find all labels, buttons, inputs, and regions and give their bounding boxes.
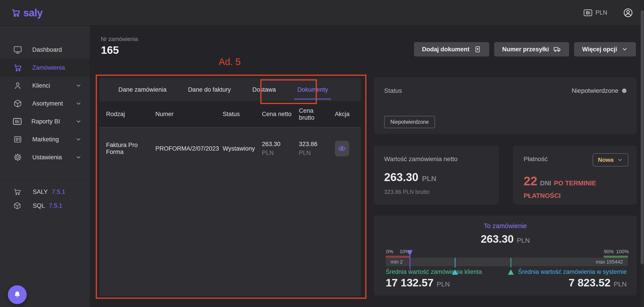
- sql-version-number: 7.5.1: [49, 202, 62, 209]
- cart-logo-icon: [11, 8, 21, 18]
- sidebar-item-label: Raporty BI: [32, 118, 60, 125]
- order-number-value: 165: [101, 44, 119, 56]
- gauge-min-label: min 2: [390, 259, 403, 265]
- payment-overdue-text: 22DNIPO TERMINIE PŁATNOŚCI: [524, 172, 626, 201]
- scrollbar-thumb[interactable]: [641, 10, 644, 265]
- header-actions: Dodaj dokument Numer przesyłki Więcej op…: [414, 42, 636, 56]
- scale-0-label: 0%: [386, 249, 393, 255]
- sidebar-item-ustawienia[interactable]: Ustawienia: [0, 148, 90, 166]
- bell-icon: [13, 291, 22, 299]
- monitor-icon: [13, 45, 22, 54]
- tab-dane-zamowienia[interactable]: Dane zamówienia: [108, 78, 177, 101]
- cart-icon: [13, 63, 22, 72]
- saly-version-row: SALY 7.5.1: [0, 185, 90, 199]
- topbar: saly Bi PLN: [0, 0, 644, 26]
- currency-icon: Bi: [584, 9, 592, 16]
- documents-table-header: Rodzaj Numer Status Cena netto Cena brut…: [99, 101, 361, 127]
- cart-icon: [13, 188, 22, 196]
- column-header: Cena netto: [262, 111, 299, 118]
- scale-90-label: 90%: [604, 249, 614, 255]
- annotation-ad5: Ad. 5: [219, 56, 240, 67]
- column-header: Rodzaj: [106, 111, 156, 118]
- truck-icon: [554, 45, 561, 53]
- gauge-track: min 2 max 155442: [386, 258, 628, 266]
- sidebar-item-marketing[interactable]: Marketing: [0, 130, 90, 148]
- column-header: Akcja: [326, 111, 361, 118]
- chevron-down-icon: [75, 154, 82, 160]
- net-value-amount: 263.30: [384, 171, 418, 184]
- sidebar-item-raporty-bi[interactable]: Bi Raporty BI: [0, 112, 90, 130]
- low-range-segment: [386, 256, 410, 258]
- scrollbar: [640, 0, 644, 307]
- chevron-down-icon: [75, 82, 82, 89]
- sql-version-row: SQL 7.5.1: [0, 199, 90, 213]
- currency-selector[interactable]: Bi PLN: [584, 9, 607, 16]
- status-dot-icon: [622, 88, 626, 93]
- system-avg-value: 7 823.52 PLN: [569, 277, 627, 289]
- system-avg-label: Średnia wartość zamówienia w systemie: [518, 269, 627, 276]
- box-icon: [13, 201, 22, 210]
- document-type-cell: Faktura Pro Forma: [106, 142, 156, 156]
- sidebar-item-label: Zamówienia: [32, 64, 65, 71]
- gross-price-cell: 323.86 PLN: [299, 141, 335, 156]
- high-range-segment: [604, 256, 628, 258]
- sidebar-item-dashboard[interactable]: Dashboard: [0, 41, 90, 59]
- gross-value-note: 323.86 PLN brutto: [384, 189, 488, 195]
- client-avg-label: Średnia wartość zamówienia klienta: [386, 269, 482, 276]
- sidebar-item-zamowienia[interactable]: Zamówienia: [0, 59, 90, 77]
- gear-icon: [13, 153, 22, 162]
- order-value-gauge-card: To zamówienie 263.30 PLN 0% 10% 90% 100%…: [374, 216, 637, 296]
- eye-icon: [338, 145, 346, 153]
- status-chip-niepotwierdzone[interactable]: Niepotwierdzone: [384, 116, 435, 128]
- sidebar: Dashboard Zamówienia Klienci: [0, 26, 90, 307]
- person-icon: [13, 81, 22, 90]
- order-number-label: Nr zamówienia: [101, 36, 138, 42]
- sql-version-name: SQL: [33, 202, 45, 209]
- sidebar-item-klienci[interactable]: Klienci: [0, 77, 90, 95]
- order-net-value-card: Wartość zamówienia netto 263.30 PLN 323.…: [374, 146, 499, 205]
- sidebar-item-asortyment[interactable]: Asortyment: [0, 95, 90, 112]
- saly-version-name: SALY: [33, 188, 48, 195]
- tab-dostawa[interactable]: Dostawa: [242, 78, 286, 101]
- logo[interactable]: saly: [11, 7, 42, 19]
- column-header: Cena brutto: [299, 107, 326, 121]
- column-header: Status: [223, 111, 262, 118]
- logo-text: saly: [23, 7, 42, 19]
- currency-code: PLN: [595, 9, 607, 16]
- tab-dokumenty[interactable]: Dokumenty: [286, 78, 339, 101]
- scale-100-label: 100%: [616, 249, 629, 255]
- column-header: Numer: [156, 111, 223, 118]
- tracking-number-button[interactable]: Numer przesyłki: [494, 42, 569, 56]
- chevron-down-icon: [75, 100, 82, 107]
- box-icon: [13, 99, 22, 108]
- net-value-title: Wartość zamówienia netto: [384, 156, 488, 163]
- preview-document-button[interactable]: [335, 141, 349, 156]
- sidebar-item-label: Ustawienia: [32, 154, 62, 161]
- chevron-down-icon: [617, 157, 623, 163]
- add-document-button[interactable]: Dodaj dokument: [414, 42, 489, 56]
- tab-dane-do-faktury[interactable]: Dane do faktury: [177, 78, 242, 101]
- payment-card: Płatność Nowa 22DNIPO TERMINIE PŁATNOŚCI: [513, 146, 637, 205]
- sidebar-item-label: Dashboard: [32, 46, 62, 53]
- document-upload-icon: [474, 46, 481, 53]
- sidebar-item-label: Klienci: [32, 82, 50, 89]
- order-tabs: Dane zamówienia Dane do faktury Dostawa …: [99, 78, 361, 101]
- client-avg-marker-line: [510, 258, 511, 268]
- status-value: Niepotwierdzone: [572, 87, 626, 94]
- documents-table-body: Faktura Pro Forma PROFORMA/2/07/2023 Wys…: [99, 127, 361, 296]
- this-order-label: To zamówienie: [374, 222, 637, 230]
- sidebar-item-label: Asortyment: [32, 100, 63, 107]
- system-avg-marker-line: [455, 258, 456, 268]
- net-price-cell: 263.30 PLN: [262, 141, 299, 156]
- account-icon[interactable]: [623, 8, 633, 18]
- payment-status-dropdown[interactable]: Nowa: [593, 153, 628, 167]
- chevron-down-icon: [622, 46, 628, 52]
- status-card: Status Niepotwierdzone Niepotwierdzone: [374, 77, 637, 134]
- chevron-down-icon: [75, 118, 82, 125]
- app-window: saly Bi PLN: [0, 0, 644, 307]
- chevron-down-icon: [75, 136, 82, 143]
- more-options-button[interactable]: Więcej opcji: [574, 42, 636, 56]
- gauge-max-label: max 155442: [596, 259, 623, 265]
- client-avg-value: 17 132.57 PLN: [386, 277, 450, 289]
- notifications-bell-button[interactable]: [8, 285, 27, 304]
